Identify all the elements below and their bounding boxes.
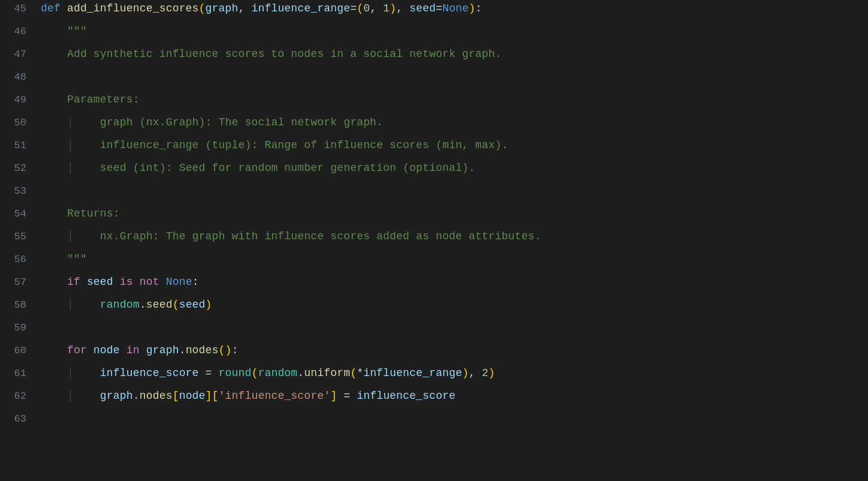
line-number: 46 (0, 24, 41, 40)
code-line: 58 │ random.seed(seed) (0, 296, 868, 319)
token: if (67, 276, 80, 288)
token: ) (462, 367, 469, 379)
line-number: 57 (0, 275, 41, 290)
code-line: 63 (0, 410, 868, 433)
token (41, 25, 67, 37)
code-line: 56 """ (0, 251, 868, 273)
code-line: 47 Add synthetic influence scores to nod… (0, 46, 868, 68)
line-content: def add_influence_scores(graph, influenc… (41, 1, 868, 17)
token: : Range of influence scores (251, 139, 436, 151)
token (41, 139, 67, 151)
token: """ (67, 253, 87, 265)
line-number: 56 (0, 252, 41, 267)
token: graph (74, 390, 133, 402)
token: 'influence_score' (219, 390, 331, 402)
indent-guide: │ (67, 390, 74, 402)
line-number: 51 (0, 138, 41, 154)
line-number: 58 (0, 297, 41, 313)
token (74, 299, 100, 311)
code-line: 45def add_influence_scores(graph, influe… (0, 0, 868, 23)
token: ( (350, 367, 357, 379)
line-content: """ (41, 23, 868, 40)
token: () (219, 344, 232, 356)
indent-guide: │ (67, 116, 74, 128)
token: influence_score (74, 367, 206, 379)
token: (tuple) (206, 139, 252, 151)
code-line: 60 for node in graph.nodes(): (0, 342, 868, 365)
line-content: │ influence_range (tuple): Range of infl… (41, 137, 868, 154)
code-line: 57 if seed is not None: (0, 273, 868, 296)
line-content: │ random.seed(seed) (41, 297, 868, 314)
token (41, 276, 67, 288)
token: : (192, 276, 199, 288)
token: . (502, 139, 508, 151)
line-content: """ (41, 251, 868, 268)
line-number: 61 (0, 366, 41, 381)
line-content: Returns: (41, 206, 868, 223)
token: . (179, 344, 186, 356)
token (41, 299, 67, 311)
line-number: 50 (0, 115, 41, 131)
token: scores to nodes in a social network grap… (219, 48, 502, 60)
token: : The social network graph. (206, 116, 384, 128)
token: = (436, 2, 442, 14)
token: = (337, 390, 357, 402)
token: Parameters: (41, 94, 140, 106)
indent-guide: │ (67, 299, 74, 311)
token: in (126, 344, 140, 356)
token: , (238, 2, 251, 14)
line-number: 52 (0, 161, 41, 176)
token: 1 (383, 2, 390, 14)
line-content: │ graph (nx.Graph): The social network g… (41, 115, 868, 131)
code-line: 49 Parameters: (0, 91, 868, 114)
token: influence_range (363, 367, 462, 379)
token: : (232, 344, 239, 356)
token: seed (146, 299, 173, 311)
token: nx.Graph: The graph with influence score… (74, 230, 541, 242)
token: add_influence_scores (67, 2, 199, 14)
line-number: 47 (0, 47, 41, 62)
token: not (140, 276, 159, 288)
token: 0 (363, 2, 370, 14)
token (41, 116, 67, 128)
line-content: │ influence_score = round(random.uniform… (41, 365, 868, 382)
code-line: 48 (0, 68, 868, 91)
token: is (120, 276, 133, 288)
line-number: 49 (0, 92, 41, 108)
token: ) (489, 367, 495, 379)
line-content (41, 69, 868, 86)
code-line: 52 │ seed (int): Seed for random number … (0, 160, 868, 182)
line-number: 62 (0, 389, 41, 404)
token: nodes (140, 390, 173, 402)
token: ( (357, 2, 363, 14)
token: , (370, 2, 383, 14)
token: graph (140, 344, 179, 356)
token: random (258, 367, 297, 379)
line-content (41, 320, 868, 336)
line-content: Add synthetic influence scores to nodes … (41, 46, 868, 63)
token: Returns: (41, 208, 120, 220)
token: seed (179, 299, 206, 311)
token: ] (330, 390, 337, 402)
code-line: 59 (0, 319, 868, 342)
token: ) (469, 2, 475, 14)
code-line: 62 │ graph.nodes[node]['influence_score'… (0, 387, 868, 410)
token (41, 367, 67, 379)
token: (nx.Graph) (140, 116, 206, 128)
token: ) (206, 299, 212, 311)
line-number: 54 (0, 206, 41, 222)
code-editor: 45def add_influence_scores(graph, influe… (0, 0, 868, 433)
token: for (67, 344, 87, 356)
token: (min, max) (436, 139, 502, 151)
line-content (41, 183, 868, 200)
token: seed (74, 162, 133, 174)
token: graph (74, 116, 140, 128)
token (159, 276, 166, 288)
indent-guide: │ (67, 162, 74, 174)
token: None (442, 2, 469, 14)
indent-guide: │ (67, 230, 74, 242)
line-content: │ seed (int): Seed for random number gen… (41, 160, 868, 177)
token: : (475, 2, 482, 14)
indent-guide: │ (67, 139, 74, 151)
code-line: 46 """ (0, 23, 868, 46)
